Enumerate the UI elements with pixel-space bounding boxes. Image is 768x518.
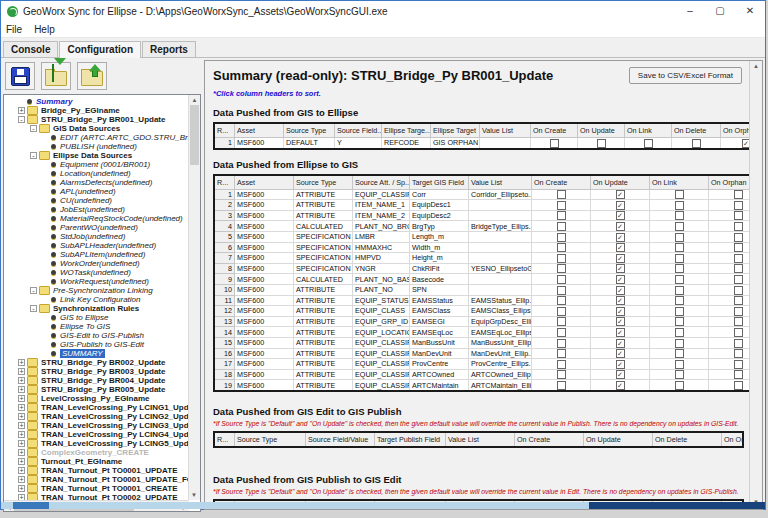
expand-plus-icon[interactable]: + — [18, 422, 25, 429]
column-header[interactable]: Ellipse Target — [431, 123, 480, 138]
expand-plus-icon[interactable]: + — [18, 440, 25, 447]
expand-plus-icon[interactable]: + — [18, 476, 25, 483]
column-header[interactable]: On Delete — [653, 432, 722, 447]
column-header[interactable]: Value List — [469, 175, 532, 190]
expand-plus-icon[interactable]: + — [18, 386, 25, 393]
tree-item[interactable]: GIS-Publish to GIS-Edit — [6, 340, 189, 349]
column-header[interactable]: R... — [214, 175, 235, 190]
column-header[interactable]: R... — [214, 432, 235, 447]
column-header[interactable]: On Create — [515, 432, 584, 447]
save-config-button[interactable] — [5, 62, 35, 90]
import-button[interactable] — [41, 62, 71, 90]
scroll-up-icon[interactable]: ▲ — [750, 61, 762, 71]
table-row[interactable]: 3MSF600ATTRIBUTEITEM_NAME_2EquipDesc2✓ — [214, 210, 750, 221]
scroll-up-icon[interactable]: ▲ — [189, 95, 200, 105]
table-row[interactable]: 17MSF600ATTRIBUTEEQUIP_CLASSIFX13ProvCen… — [214, 359, 750, 370]
column-header[interactable]: Source Field... — [335, 123, 382, 138]
column-header[interactable]: Target GIS Field — [410, 175, 469, 190]
table-row[interactable]: 8MSF600SPECIFICATIONYNGRChkRlFitYESNO_El… — [214, 263, 750, 274]
tree-item[interactable]: ParentWO(undefined) — [6, 223, 189, 232]
tree-item[interactable]: +Turnout_Pt_EGIname — [6, 457, 189, 466]
column-header[interactable]: On Update — [591, 175, 650, 190]
tree-item[interactable]: WorkRequest(undefined) — [6, 277, 189, 286]
tree-item[interactable]: -Pre-Synchronization Linking — [6, 286, 189, 295]
column-header[interactable]: On Orphaned — [721, 123, 751, 138]
tree-item[interactable]: SubAPLHeader(undefined) — [6, 241, 189, 250]
column-header[interactable]: Source Type — [294, 175, 353, 190]
column-header[interactable]: Source Field/Value — [306, 432, 375, 447]
column-header[interactable]: Source Type — [235, 432, 306, 447]
tree-item[interactable]: -STRU_Bridge_Py BR001_Update — [6, 115, 189, 124]
column-header[interactable]: R... — [214, 123, 235, 138]
expand-plus-icon[interactable]: + — [18, 359, 25, 366]
tree-item[interactable]: Ellipse To GIS — [6, 322, 189, 331]
column-header[interactable]: On Orphaned — [722, 432, 744, 447]
column-header[interactable]: On Link — [650, 175, 709, 190]
tree-item[interactable]: +TRAN_Turnout_Pt TO0001_CREATE — [6, 484, 189, 493]
column-header[interactable]: Source Type — [284, 123, 335, 138]
expand-plus-icon[interactable]: + — [18, 431, 25, 438]
table-row[interactable]: 13MSF600ATTRIBUTEEQUIP_GRP_IDEAMSEGIEqui… — [214, 316, 750, 327]
tree-item[interactable]: EDIT (ARTC.ARTC_GDO.STRU_Bridge_Py) — [6, 133, 189, 142]
table-row[interactable]: 1MSF600DEFAULTYREFCODEGIS ORPHAN✓ — [214, 138, 750, 149]
tree-item[interactable]: AlarmsDefects(undefined) — [6, 178, 189, 187]
expand-plus-icon[interactable]: + — [18, 404, 25, 411]
table-row[interactable]: 18MSF600ATTRIBUTEEQUIP_CLASSIFX6ARTCOwne… — [214, 369, 750, 380]
table-row[interactable]: 1MSF600ATTRIBUTEEQUIP_CLASSIFX7CorrCorri… — [214, 189, 750, 200]
tree-item[interactable]: GIS-Edit to GIS-Publish — [6, 331, 189, 340]
column-header[interactable]: On Update — [578, 123, 625, 138]
table-row[interactable]: 5MSF600SPECIFICATIONLMBRLength_m✓ — [214, 231, 750, 242]
column-header[interactable]: Value List — [446, 432, 515, 447]
column-header[interactable]: On Delete — [672, 123, 721, 138]
expand-plus-icon[interactable]: + — [18, 395, 25, 402]
tree-item[interactable]: +TRAN_Turnout_Pt TO0001_UPDATE — [6, 466, 189, 475]
expand-plus-icon[interactable]: + — [18, 485, 25, 492]
export-button[interactable] — [77, 62, 107, 90]
main-vertical-scrollbar[interactable]: ▲ ▼ — [749, 61, 762, 509]
tree-item[interactable]: +TRAN_Turnout_Pt TO0001_UPDATE_FC — [6, 475, 189, 484]
tree-item[interactable]: +TRAN_LevelCrossing_Py LCING3_Update — [6, 421, 189, 430]
tree-item[interactable]: -GIS Data Sources — [6, 124, 189, 133]
tree-item[interactable]: Link Key Configuration — [6, 295, 189, 304]
tab-configuration[interactable]: Configuration — [59, 41, 141, 58]
tab-reports[interactable]: Reports — [142, 41, 196, 57]
tab-console[interactable]: Console — [3, 41, 58, 57]
column-header[interactable]: On Orphan — [709, 175, 751, 190]
tree-item[interactable]: GIS to Ellipse — [6, 313, 189, 322]
tree-item[interactable]: -Synchronization Rules — [6, 304, 189, 313]
tree-item[interactable]: MaterialReqStockCode(undefined) — [6, 214, 189, 223]
tree-item[interactable]: SubAPLItem(undefined) — [6, 250, 189, 259]
table-row[interactable]: 11MSF600ATTRIBUTEEQUIP_STATUSEAMSStatusE… — [214, 295, 750, 306]
save-csv-button[interactable]: Save to CSV/Excel Format — [629, 67, 742, 84]
tree-item[interactable]: Equipment (0001/BR001) — [6, 160, 189, 169]
tree-item[interactable]: +STRU_Bridge_Py BR002_Update — [6, 358, 189, 367]
collapse-minus-icon[interactable]: - — [30, 287, 37, 294]
column-header[interactable]: On Update — [584, 432, 653, 447]
tree-item[interactable]: JobEst(undefined) — [6, 205, 189, 214]
expand-plus-icon[interactable]: + — [18, 467, 25, 474]
expand-plus-icon[interactable]: + — [18, 107, 25, 114]
tree-item[interactable]: SUMMARY — [6, 349, 189, 358]
collapse-minus-icon[interactable]: - — [30, 152, 37, 159]
column-header[interactable]: Target Publish Field — [375, 432, 446, 447]
expand-plus-icon[interactable]: + — [18, 413, 25, 420]
collapse-minus-icon[interactable]: - — [30, 125, 37, 132]
tree-item[interactable]: +Bridge_Py_EGIname — [6, 106, 189, 115]
tree-item[interactable]: APL(undefined) — [6, 187, 189, 196]
tree-item[interactable]: +STRU_Bridge_Py BR004_Update — [6, 376, 189, 385]
tree-item[interactable]: +ComplexGeometry_CREATE — [6, 448, 189, 457]
column-header[interactable]: On Link — [625, 123, 672, 138]
menu-help[interactable]: Help — [34, 24, 55, 35]
table-row[interactable]: 15MSF600ATTRIBUTEEQUIP_CLASSIFX3ManBussU… — [214, 337, 750, 348]
table-row[interactable]: 6MSF600SPECIFICATIONHMMAXHCWidth_m✓ — [214, 242, 750, 253]
table-row[interactable]: 2MSF600ATTRIBUTEITEM_NAME_1EquipDesc1✓ — [214, 200, 750, 211]
column-header[interactable]: Asset — [235, 123, 284, 138]
collapse-minus-icon[interactable]: - — [30, 305, 37, 312]
tree-item[interactable]: +TRAN_LevelCrossing_Py LCING1_Update — [6, 403, 189, 412]
column-header[interactable]: Source Att. / Sp... — [353, 175, 410, 190]
table-row[interactable]: 12MSF600ATTRIBUTEEQUIP_CLASSEAMSClassEAM… — [214, 306, 750, 317]
tree-item[interactable]: WOTask(undefined) — [6, 268, 189, 277]
tree-item[interactable]: PUBLISH (undefined) — [6, 142, 189, 151]
table-row[interactable]: 19MSF600ATTRIBUTEEQUIP_CLASSIFX8ARTCMain… — [214, 380, 750, 391]
column-header[interactable]: On Create — [531, 123, 578, 138]
